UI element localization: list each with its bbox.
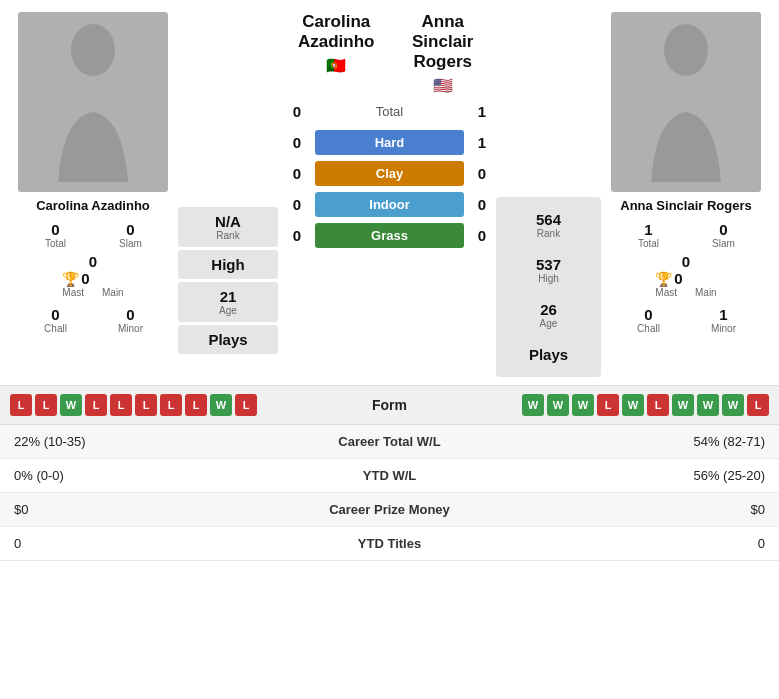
left-player-silhouette	[48, 22, 138, 182]
indoor-score-right: 0	[468, 196, 496, 213]
total-score-right: 1	[468, 103, 496, 120]
left-chall-value: 0	[18, 306, 93, 323]
grass-score-left: 0	[283, 227, 311, 244]
stat-left-value: 0	[0, 527, 223, 561]
left-flag: 🇵🇹	[283, 56, 390, 75]
left-player-card: Carolina Azadinho 0 Total 0 Slam 0 🏆 0	[8, 12, 178, 377]
right-trophy-icon: 🏆	[655, 271, 672, 287]
left-slam-label: Slam	[93, 238, 168, 249]
left-plays-value: Plays	[182, 331, 274, 348]
stat-left-value: 0% (0-0)	[0, 459, 223, 493]
right-minor-cell: 1 Minor	[686, 304, 761, 336]
left-minor-cell: 0 Minor	[93, 304, 168, 336]
left-main-label: Main	[102, 287, 124, 298]
right-main-label: Main	[695, 287, 717, 298]
left-age-box: 21 Age	[178, 282, 278, 322]
right-slam-value: 0	[686, 221, 761, 238]
total-row: 0 Total 1	[283, 103, 496, 120]
left-form-badge: L	[10, 394, 32, 416]
right-player-name-center: Anna Sinclair Rogers 🇺🇸	[390, 12, 497, 95]
left-name-line1: Carolina	[283, 12, 390, 32]
left-slam-value: 0	[93, 221, 168, 238]
right-form-badge: W	[572, 394, 594, 416]
left-minor-label: Minor	[93, 323, 168, 334]
svg-point-0	[71, 24, 115, 76]
stat-right-value: 56% (25-20)	[556, 459, 779, 493]
left-total-cell: 0 Total	[18, 219, 93, 251]
right-high-box: 537 High	[503, 250, 595, 290]
left-mast-value: 0	[62, 253, 123, 270]
clay-button[interactable]: Clay	[315, 161, 464, 186]
right-form-badges: WWWLWLWWWL	[450, 394, 770, 416]
indoor-row: 0 Indoor 0	[283, 192, 496, 217]
right-form-badge: W	[722, 394, 744, 416]
right-name-line1: Anna Sinclair	[390, 12, 497, 52]
right-total-value: 1	[611, 221, 686, 238]
indoor-button[interactable]: Indoor	[315, 192, 464, 217]
right-high-label: High	[511, 273, 587, 284]
left-form-badge: L	[160, 394, 182, 416]
total-label: Total	[311, 104, 468, 119]
left-name-line2: Azadinho	[283, 32, 390, 52]
left-bottom-stats: 0 Chall 0 Minor	[18, 304, 168, 336]
right-total-label: Total	[611, 238, 686, 249]
right-bottom-stats: 0 Chall 1 Minor	[611, 304, 761, 336]
right-player-silhouette	[641, 22, 731, 182]
left-rank-box: N/A Rank	[178, 207, 278, 247]
left-form-badge: L	[35, 394, 57, 416]
hard-row: 0 Hard 1	[283, 130, 496, 155]
left-form-badge: L	[185, 394, 207, 416]
left-total-value: 0	[18, 221, 93, 238]
left-high-box: High	[178, 250, 278, 279]
left-high-value: High	[182, 256, 274, 273]
right-trophy-row: 0 🏆 0 Mast Main	[611, 253, 761, 298]
indoor-score-left: 0	[283, 196, 311, 213]
left-form-badge: L	[235, 394, 257, 416]
left-player-name-center: Carolina Azadinho 🇵🇹	[283, 12, 390, 75]
right-age-box: 26 Age	[503, 295, 595, 335]
stat-center-label: Career Prize Money	[223, 493, 556, 527]
right-age-label: Age	[511, 318, 587, 329]
form-label: Form	[330, 397, 450, 413]
player-comparison: Carolina Azadinho 0 Total 0 Slam 0 🏆 0	[0, 0, 779, 385]
right-form-badge: W	[697, 394, 719, 416]
right-form-badge: W	[547, 394, 569, 416]
stat-center-label: Career Total W/L	[223, 425, 556, 459]
left-form-badges: LLWLLLLLWL	[10, 394, 330, 416]
right-slam-cell: 0 Slam	[686, 219, 761, 251]
hard-score-left: 0	[283, 134, 311, 151]
left-chall-label: Chall	[18, 323, 93, 334]
right-total-cell: 1 Total	[611, 219, 686, 251]
right-mast-label: Mast	[655, 287, 677, 298]
right-rank-box: 564 Rank	[503, 205, 595, 245]
right-chall-label: Chall	[611, 323, 686, 334]
left-trophy-icon: 🏆	[62, 271, 79, 287]
form-row: LLWLLLLLWL Form WWWLWLWWWL	[0, 385, 779, 425]
right-plays-box: Plays	[503, 340, 595, 369]
hard-button[interactable]: Hard	[315, 130, 464, 155]
stat-right-value: $0	[556, 493, 779, 527]
right-form-badge: W	[522, 394, 544, 416]
stat-right-value: 0	[556, 527, 779, 561]
right-mast-trophy: 0 🏆 0 Mast Main	[655, 253, 716, 298]
left-age-value: 21	[182, 288, 274, 305]
stat-left-value: 22% (10-35)	[0, 425, 223, 459]
grass-row: 0 Grass 0	[283, 223, 496, 248]
stats-row: 0% (0-0) YTD W/L 56% (25-20)	[0, 459, 779, 493]
grass-button[interactable]: Grass	[315, 223, 464, 248]
center-column: Carolina Azadinho 🇵🇹 Anna Sinclair Roger…	[283, 12, 496, 377]
total-score-left: 0	[283, 103, 311, 120]
right-form-badge: L	[747, 394, 769, 416]
left-minor-value: 0	[93, 306, 168, 323]
left-trophy-row: 0 🏆 0 Mast Main	[18, 253, 168, 298]
right-plays-value: Plays	[511, 346, 587, 363]
right-middle-stats: 564 Rank 537 High 26 Age Plays	[496, 197, 601, 377]
left-stats-grid: 0 Total 0 Slam	[18, 219, 168, 251]
left-mast-label: Mast	[62, 287, 84, 298]
right-minor-value: 1	[686, 306, 761, 323]
right-slam-label: Slam	[686, 238, 761, 249]
left-form-badge: L	[135, 394, 157, 416]
left-mast-cell: 0 🏆 0 Mast Main	[62, 253, 123, 298]
left-slam-cell: 0 Slam	[93, 219, 168, 251]
stat-center-label: YTD W/L	[223, 459, 556, 493]
